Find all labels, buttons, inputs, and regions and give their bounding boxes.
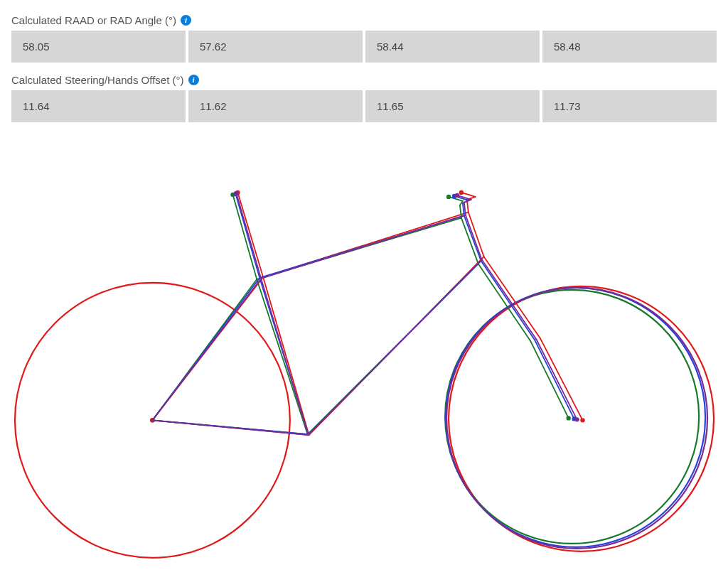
raad-value-3: 58.44	[365, 31, 540, 63]
svg-point-35	[567, 416, 571, 420]
svg-line-58	[482, 259, 537, 340]
svg-line-55	[309, 259, 482, 435]
raad-angle-label-row: Calculated RAAD or RAD Angle (°) i	[11, 11, 717, 31]
svg-line-24	[232, 195, 257, 279]
steering-value-3: 11.65	[365, 90, 540, 122]
svg-line-56	[261, 215, 466, 279]
steering-value-2: 11.62	[188, 90, 363, 122]
geometry-diagram	[11, 144, 717, 584]
svg-line-8	[263, 277, 309, 435]
raad-angle-section: Calculated RAAD or RAD Angle (°) i 58.05…	[11, 11, 717, 63]
svg-line-51	[152, 420, 308, 435]
steering-offset-section: Calculated Steering/Hands Offset (°) i 1…	[11, 71, 717, 122]
svg-line-29	[530, 341, 569, 419]
raad-angle-label: Calculated RAAD or RAD Angle (°)	[11, 14, 176, 26]
svg-line-54	[236, 193, 261, 279]
svg-line-59	[537, 340, 577, 420]
steering-value-4: 11.73	[542, 90, 717, 122]
info-icon[interactable]: i	[188, 75, 199, 85]
raad-angle-values: 58.05 57.62 58.44 58.48	[11, 31, 717, 63]
svg-line-27	[461, 218, 478, 264]
svg-point-65	[574, 417, 579, 421]
svg-line-44	[535, 340, 574, 419]
svg-point-34	[446, 195, 451, 199]
svg-point-64	[455, 193, 459, 198]
svg-point-20	[580, 418, 584, 422]
svg-line-53	[261, 279, 308, 435]
steering-value-1: 11.64	[11, 90, 186, 122]
raad-value-2: 57.62	[188, 31, 363, 63]
info-icon[interactable]: i	[181, 15, 191, 26]
svg-line-14	[540, 338, 583, 420]
svg-line-23	[257, 279, 307, 434]
svg-line-28	[478, 264, 530, 341]
steering-offset-values: 11.64 11.62 11.65 11.73	[11, 90, 717, 122]
raad-value-4: 58.48	[542, 31, 717, 63]
steering-offset-label: Calculated Steering/Hands Offset (°)	[11, 74, 184, 86]
svg-line-13	[484, 257, 540, 338]
svg-line-43	[481, 261, 535, 340]
steering-offset-label-row: Calculated Steering/Hands Offset (°) i	[11, 71, 717, 90]
raad-value-1: 58.05	[11, 31, 186, 63]
svg-point-63	[234, 191, 238, 195]
svg-line-52	[152, 279, 261, 420]
svg-point-19	[459, 190, 464, 195]
svg-line-39	[235, 194, 259, 278]
geometry-svg	[11, 144, 717, 584]
svg-line-9	[237, 193, 263, 277]
